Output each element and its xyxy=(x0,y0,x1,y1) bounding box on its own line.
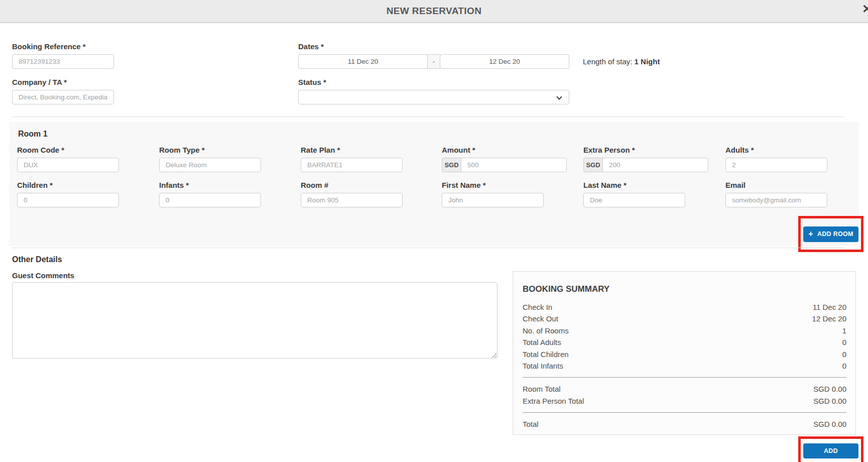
other-details-title: Other Details xyxy=(12,255,62,264)
add-room-button[interactable]: + ADD ROOM xyxy=(803,226,858,242)
company-ta-label: Company / TA * xyxy=(12,78,114,86)
room-type-input[interactable] xyxy=(159,158,261,172)
room-number-field: Room # xyxy=(301,181,403,207)
divider-top xyxy=(12,117,844,117)
email-input[interactable] xyxy=(725,193,827,207)
first-name-input[interactable] xyxy=(442,193,544,207)
plus-icon: + xyxy=(808,230,813,238)
length-of-stay: Length of stay: 1 Night xyxy=(583,57,660,66)
summary-row-room-total: Room Total SGD 0.00 xyxy=(523,383,846,395)
check-out-date-input[interactable] xyxy=(440,54,569,69)
adults-label: Adults * xyxy=(725,146,827,154)
email-label: Email xyxy=(725,181,827,189)
room-type-field: Room Type * xyxy=(159,146,261,172)
summary-value: 11 Dec 20 xyxy=(813,301,846,313)
rate-plan-label: Rate Plan * xyxy=(301,146,403,154)
summary-label: Total Children xyxy=(523,349,569,360)
summary-row-grand-total: Total SGD 0.00 xyxy=(523,418,846,430)
summary-row-no-of-rooms: No. of Rooms 1 xyxy=(523,325,846,336)
length-of-stay-value: 1 Night xyxy=(635,57,660,66)
add-button-label: ADD xyxy=(824,447,838,454)
summary-label: Total Infants xyxy=(523,360,563,372)
infants-label: Infants * xyxy=(159,181,261,189)
summary-value: SGD 0.00 xyxy=(813,395,846,407)
room-number-input[interactable] xyxy=(301,193,403,207)
add-room-annotation-frame: + ADD ROOM xyxy=(798,216,863,252)
extra-person-input-group: SGD xyxy=(583,158,708,172)
last-name-input[interactable] xyxy=(583,193,685,207)
amount-label: Amount * xyxy=(442,146,567,154)
summary-value: SGD 0.00 xyxy=(813,383,846,395)
add-button[interactable]: ADD xyxy=(803,443,858,458)
add-annotation-frame: ADD xyxy=(798,436,863,462)
room-number-label: Room # xyxy=(301,181,403,189)
extra-person-field: Extra Person * SGD xyxy=(583,146,708,172)
summary-value: 0 xyxy=(842,336,846,348)
summary-row-total-children: Total Children 0 xyxy=(523,349,846,360)
booking-reference-field: Booking Reference * xyxy=(12,42,114,69)
summary-value: SGD 0.00 xyxy=(813,418,846,430)
close-icon[interactable]: ✕ xyxy=(862,3,868,15)
first-name-label: First Name * xyxy=(442,181,544,189)
guest-comments-wrapper xyxy=(12,282,498,359)
guest-comments-label: Guest Comments xyxy=(12,271,74,280)
company-ta-field: Company / TA * xyxy=(12,78,114,104)
summary-row-total-infants: Total Infants 0 xyxy=(523,360,846,372)
amount-input[interactable] xyxy=(461,158,567,172)
room-code-label: Room Code * xyxy=(17,146,119,154)
last-name-field: Last Name * xyxy=(583,181,685,207)
room-type-label: Room Type * xyxy=(159,146,261,154)
status-select[interactable] xyxy=(298,90,569,104)
guest-comments-textarea[interactable] xyxy=(12,282,498,359)
first-name-field: First Name * xyxy=(442,181,544,207)
booking-summary-panel: BOOKING SUMMARY Check In 11 Dec 20 Check… xyxy=(513,271,856,435)
dates-field: Dates * - xyxy=(298,42,569,69)
page-title: NEW RESERVATION xyxy=(387,6,482,17)
chevron-down-icon xyxy=(556,94,562,99)
summary-label: Total xyxy=(523,418,539,430)
children-input[interactable] xyxy=(17,193,119,207)
email-field: Email xyxy=(725,181,827,207)
infants-input[interactable] xyxy=(159,193,261,207)
children-label: Children * xyxy=(17,181,119,189)
summary-row-check-in: Check In 11 Dec 20 xyxy=(523,301,846,313)
summary-label: Extra Person Total xyxy=(523,395,584,407)
summary-divider xyxy=(523,412,846,413)
summary-value: 1 xyxy=(842,325,846,336)
summary-label: Check Out xyxy=(523,313,558,324)
booking-reference-label: Booking Reference * xyxy=(12,42,114,51)
last-name-label: Last Name * xyxy=(583,181,685,189)
summary-value: 12 Dec 20 xyxy=(812,313,846,324)
booking-summary-title: BOOKING SUMMARY xyxy=(523,284,846,294)
summary-value: 0 xyxy=(842,360,846,372)
infants-field: Infants * xyxy=(159,181,261,207)
date-separator: - xyxy=(427,54,440,69)
company-ta-input[interactable] xyxy=(12,90,114,104)
summary-row-total-adults: Total Adults 0 xyxy=(523,336,846,348)
status-label: Status * xyxy=(298,78,569,86)
adults-input[interactable] xyxy=(725,158,827,172)
summary-label: Check In xyxy=(523,301,552,313)
rate-plan-field: Rate Plan * xyxy=(301,146,403,172)
extra-person-label: Extra Person * xyxy=(583,146,708,154)
amount-field: Amount * SGD xyxy=(442,146,567,172)
summary-label: Room Total xyxy=(523,383,561,395)
summary-label: Total Adults xyxy=(523,336,561,348)
extra-person-input[interactable] xyxy=(602,158,708,172)
booking-reference-input[interactable] xyxy=(12,54,114,69)
rate-plan-input[interactable] xyxy=(301,158,403,172)
summary-label: No. of Rooms xyxy=(523,325,569,336)
children-field: Children * xyxy=(17,181,119,207)
check-in-date-input[interactable] xyxy=(298,54,428,69)
amount-input-group: SGD xyxy=(442,158,567,172)
extra-person-currency-addon: SGD xyxy=(583,158,602,172)
summary-divider xyxy=(523,377,846,378)
amount-currency-addon: SGD xyxy=(442,158,461,172)
summary-value: 0 xyxy=(842,349,846,360)
adults-field: Adults * xyxy=(725,146,827,172)
modal-header: NEW RESERVATION ✕ xyxy=(0,0,868,23)
room-code-input[interactable] xyxy=(17,158,119,172)
status-field: Status * xyxy=(298,78,569,104)
length-of-stay-label: Length of stay: xyxy=(583,57,635,66)
summary-row-extra-person-total: Extra Person Total SGD 0.00 xyxy=(523,395,846,407)
